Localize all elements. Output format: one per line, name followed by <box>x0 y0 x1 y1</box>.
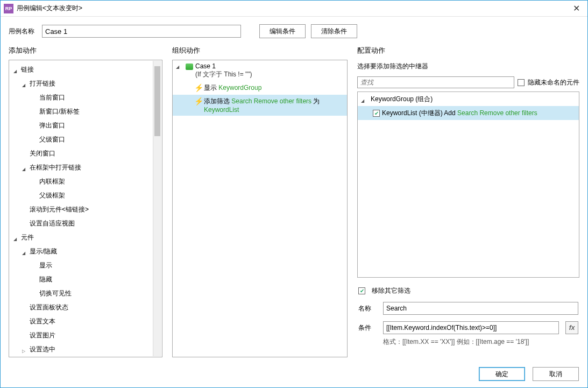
org-case-row[interactable]: Case 1 (If 文字于 This != "") <box>173 60 347 81</box>
tree-item-label: 设置图片 <box>30 331 55 340</box>
condition-field-label: 条件 <box>358 323 377 333</box>
org-panel: Case 1 (If 文字于 This != "") ⚡ 显示 KeywordG… <box>172 60 348 357</box>
tree-item-label: 父级窗口 <box>39 135 65 144</box>
condition-field-input[interactable] <box>383 321 559 334</box>
chevron-down-icon[interactable] <box>22 81 27 86</box>
cancel-button[interactable]: 取消 <box>533 367 579 381</box>
tree-item-label: 父级框架 <box>39 191 65 200</box>
hide-unnamed-checkbox[interactable] <box>518 79 525 86</box>
tree-item-label: 当前窗口 <box>39 93 65 102</box>
tree-item-label: 弹出窗口 <box>39 121 65 130</box>
chevron-right-icon[interactable] <box>22 347 27 352</box>
action-text: 显示 <box>204 84 218 91</box>
tree-item-label: 关闭窗口 <box>30 149 55 158</box>
cfg-select-label: 选择要添加筛选的中继器 <box>357 60 579 73</box>
hide-unnamed-label: 隐藏未命名的元件 <box>528 78 579 87</box>
org-action-header: 组织动作 <box>172 43 348 60</box>
org-action-show[interactable]: ⚡ 显示 KeywordGroup <box>173 81 347 95</box>
tree-item-label: 设置文本 <box>30 317 55 326</box>
tree-item-label: 打开链接 <box>30 79 55 88</box>
clear-condition-button[interactable]: 清除条件 <box>311 24 357 38</box>
action-tree-item[interactable]: 弹出窗口 <box>9 118 162 132</box>
action-text: 添加筛选 <box>204 97 231 105</box>
tree-item-label: 在框架中打开链接 <box>30 163 81 172</box>
action-tree-item[interactable]: 切换可见性 <box>9 286 162 300</box>
action-tree-item[interactable]: 打开链接 <box>9 76 162 90</box>
add-action-header: 添加动作 <box>9 43 162 60</box>
tree-item-label: 显示 <box>39 261 52 270</box>
action-tree-item[interactable]: 新窗口/新标签 <box>9 104 162 118</box>
action-tree-item[interactable]: 显示/隐藏 <box>9 244 162 258</box>
action-tree-item[interactable]: 当前窗口 <box>9 90 162 104</box>
chevron-down-icon[interactable] <box>13 235 19 240</box>
target-group-label: KeywordGroup (组合) <box>371 95 433 104</box>
top-row: 用例名称 编辑条件 清除条件 <box>1 17 587 43</box>
target-group-row[interactable]: KeywordGroup (组合) <box>358 92 579 106</box>
target-item-row[interactable]: KeywordList (中继器) Add Search Remove othe… <box>358 106 579 120</box>
target-checkbox[interactable] <box>373 110 380 117</box>
tree-item-label: 设置面板状态 <box>30 303 68 312</box>
action-tree-item[interactable]: 元件 <box>9 230 162 244</box>
tree-item-label: 内联框架 <box>39 177 65 186</box>
edit-condition-button[interactable]: 编辑条件 <box>259 24 306 38</box>
chevron-down-icon[interactable] <box>22 249 27 254</box>
chevron-down-icon[interactable] <box>176 62 181 68</box>
action-tree-item[interactable]: 父级框架 <box>9 188 162 202</box>
action-tree-item[interactable]: 隐藏 <box>9 272 162 286</box>
action-tree-panel: 链接打开链接当前窗口新窗口/新标签弹出窗口父级窗口关闭窗口在框架中打开链接内联框… <box>9 60 162 357</box>
remove-other-checkbox[interactable] <box>358 287 365 294</box>
tree-item-label: 滚动到元件<锚链接> <box>30 205 89 214</box>
chevron-down-icon[interactable] <box>361 96 366 102</box>
action-tree-item[interactable]: 关闭窗口 <box>9 146 162 160</box>
case-icon <box>186 64 193 70</box>
action-filter: Search Remove other filters <box>231 97 311 105</box>
action-tree-item[interactable]: 设置面板状态 <box>9 300 162 314</box>
action-tree-item[interactable]: 链接 <box>9 62 162 76</box>
lightning-icon: ⚡ <box>194 97 202 105</box>
chevron-down-icon[interactable] <box>13 67 19 72</box>
footer: 确定 取消 <box>1 362 587 387</box>
tree-item-label: 隐藏 <box>39 275 52 284</box>
tree-item-label: 设置选中 <box>30 345 55 354</box>
action-target: KeywordList <box>204 106 239 114</box>
action-tree-item[interactable]: 设置图片 <box>9 328 162 342</box>
action-tree-item[interactable]: 内联框架 <box>9 174 162 188</box>
app-icon: RP <box>4 4 13 13</box>
action-text: 为 <box>311 97 320 105</box>
action-tree-item[interactable]: 在框架中打开链接 <box>9 160 162 174</box>
tree-item-label: 新窗口/新标签 <box>39 107 80 116</box>
tree-item-label: 元件 <box>21 233 34 242</box>
ok-button[interactable]: 确定 <box>479 367 525 381</box>
action-tree-item[interactable]: 父级窗口 <box>9 132 162 146</box>
condition-hint: 格式：[[Item.XX == 'XX']] 例如：[[Item.age == … <box>358 337 578 347</box>
scrollbar[interactable] <box>153 61 161 356</box>
cfg-action-header: 配置动作 <box>357 43 579 60</box>
fx-button[interactable]: fx <box>565 321 578 334</box>
target-item-label: KeywordList (中继器) Add <box>382 109 457 117</box>
search-input[interactable] <box>357 76 514 88</box>
window-title: 用例编辑<文本改变时> <box>17 4 569 13</box>
titlebar: RP 用例编辑<文本改变时> ✕ <box>1 1 587 17</box>
name-field-label: 名称 <box>358 304 377 313</box>
remove-other-label: 移除其它筛选 <box>372 286 410 295</box>
org-action-addfilter[interactable]: ⚡ 添加筛选 Search Remove other filters 为 Key… <box>173 95 347 116</box>
action-tree-item[interactable]: 设置文本 <box>9 314 162 328</box>
tree-item-label: 设置自适应视图 <box>30 219 75 228</box>
lightning-icon: ⚡ <box>194 83 202 92</box>
target-tree-panel: KeywordGroup (组合) KeywordList (中继器) Add … <box>357 91 579 278</box>
case-label: Case 1 <box>195 62 252 70</box>
name-field-input[interactable] <box>383 302 578 315</box>
action-tree-item[interactable]: 滚动到元件<锚链接> <box>9 202 162 216</box>
case-condition: (If 文字于 This != "") <box>195 70 252 79</box>
tree-item-label: 显示/隐藏 <box>30 247 57 256</box>
chevron-down-icon[interactable] <box>22 165 27 170</box>
action-tree-item[interactable]: 设置自适应视图 <box>9 216 162 230</box>
case-name-label: 用例名称 <box>9 27 34 36</box>
close-icon[interactable]: ✕ <box>569 3 584 13</box>
case-name-input[interactable] <box>42 25 241 38</box>
action-tree-item[interactable]: 显示 <box>9 258 162 272</box>
target-item-filter: Search Remove other filters <box>457 109 537 117</box>
action-tree-item[interactable]: 设置选中 <box>9 342 162 356</box>
action-target: KeywordGroup <box>218 84 261 91</box>
tree-item-label: 链接 <box>21 65 34 74</box>
